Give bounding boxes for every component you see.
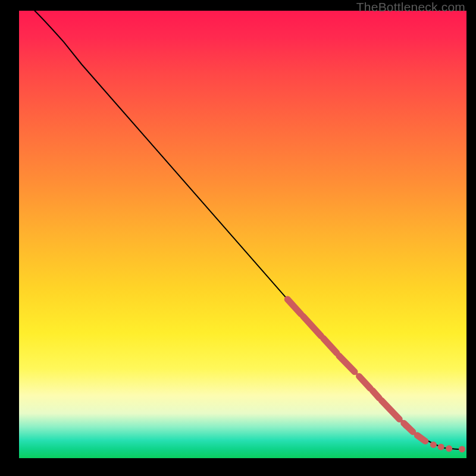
highlight-segment xyxy=(323,338,337,353)
highlight-dot xyxy=(459,446,465,452)
highlight-segment xyxy=(339,356,355,372)
watermark-text: TheBottleneck.com xyxy=(356,0,465,14)
highlight-segments xyxy=(287,299,424,440)
highlight-dot xyxy=(422,438,428,444)
highlight-segment xyxy=(372,390,379,398)
highlight-dot xyxy=(446,445,452,452)
highlight-dot xyxy=(430,441,437,448)
chart-overlay xyxy=(19,11,466,458)
highlight-dot xyxy=(438,444,444,450)
highlight-segment xyxy=(381,400,399,419)
highlight-dot xyxy=(403,422,409,429)
bottleneck-curve xyxy=(35,11,462,449)
chart-frame: TheBottleneck.com xyxy=(0,0,476,476)
highlight-segment xyxy=(359,376,371,388)
plot-area xyxy=(19,11,466,458)
highlight-segment xyxy=(287,299,301,314)
highlight-segment xyxy=(303,317,321,336)
